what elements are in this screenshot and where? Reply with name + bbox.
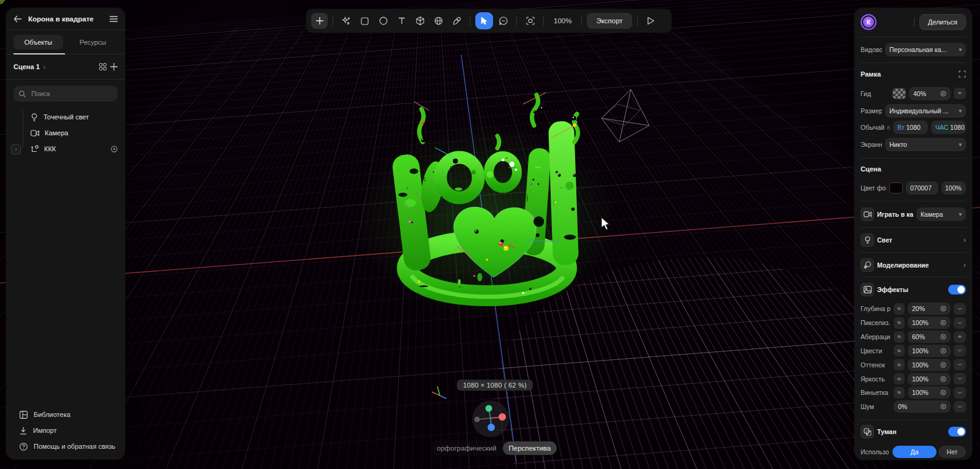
effect-value-input[interactable]: 20%	[908, 302, 951, 315]
search-box[interactable]	[13, 86, 118, 102]
size-label: Размер	[861, 107, 882, 114]
use-yes-button[interactable]: Да	[892, 446, 937, 458]
lock-icon[interactable]	[887, 124, 890, 131]
guide-visibility-button[interactable]	[954, 88, 966, 99]
keyframe-icon[interactable]	[940, 91, 946, 97]
export-button[interactable]: Экспорт	[587, 13, 631, 29]
frame-capture-button[interactable]	[522, 13, 538, 29]
expand-corners-icon[interactable]	[959, 70, 966, 78]
height-input[interactable]: ЧАС 1080	[931, 121, 966, 134]
visibility-off-button[interactable]	[954, 345, 966, 356]
visibility-off-button[interactable]	[954, 317, 966, 329]
mixer-button[interactable]	[894, 387, 905, 399]
help-feedback-button[interactable]: Помощь и обратная связь	[6, 438, 125, 454]
keyframe-icon[interactable]	[940, 306, 946, 312]
mixer-button[interactable]	[894, 317, 905, 329]
effect-value-input[interactable]: 100%	[908, 373, 951, 385]
scene-3d	[0, 0, 980, 469]
keyframe-icon[interactable]	[940, 403, 946, 410]
fog-toggle[interactable]	[948, 427, 966, 437]
screens-dropdown[interactable]: Никто▾	[885, 138, 966, 151]
library-button[interactable]: Библиотека	[6, 407, 125, 422]
use-no-button[interactable]: Нет	[938, 446, 966, 458]
visibility-off-button[interactable]	[954, 359, 966, 370]
modeling-section-row[interactable]: Моделирование ›	[861, 253, 966, 277]
effects-toggle[interactable]	[948, 285, 966, 295]
ellipse-tool-button[interactable]	[375, 13, 391, 29]
bg-color-swatch[interactable]	[889, 182, 903, 193]
keyframe-icon[interactable]	[940, 334, 946, 340]
scene-breadcrumb[interactable]: Сцена 1	[13, 63, 40, 70]
guide-opacity-input[interactable]: 40%	[909, 87, 951, 100]
select-tool-button[interactable]	[475, 12, 493, 29]
pen-tool-button[interactable]	[448, 13, 465, 29]
visibility-off-button[interactable]	[954, 303, 966, 315]
expand-chevron-icon[interactable]: ›	[11, 144, 21, 154]
effect-value-input[interactable]: 100%	[908, 359, 951, 371]
rectangle-tool-button[interactable]	[356, 13, 373, 29]
effect-value-input[interactable]: 100%	[908, 345, 951, 357]
search-input[interactable]	[30, 89, 106, 98]
plus-icon	[110, 63, 118, 70]
mixer-button[interactable]	[894, 303, 905, 315]
viewport-canvas[interactable]: 1080 × 1080 ( 62 %) орфографический Перс…	[0, 0, 980, 469]
size-dropdown[interactable]: Индивидуальный ...▾	[885, 104, 966, 118]
width-input[interactable]: Вт 1080	[893, 121, 928, 134]
mixer-button[interactable]	[894, 331, 905, 343]
keyframe-icon[interactable]	[940, 376, 946, 382]
tree-item-group[interactable]: › ККК	[6, 141, 125, 157]
back-button[interactable]	[13, 15, 22, 23]
keyframe-icon[interactable]	[940, 348, 946, 354]
tree-item-camera[interactable]: Камера	[6, 125, 125, 141]
tab-resources[interactable]: Ресурсы	[68, 35, 118, 50]
layout-grid-button[interactable]	[99, 63, 107, 70]
top-toolbar: 100% Экспорт	[306, 9, 671, 32]
tree-item-label: Камера	[45, 129, 68, 137]
text-tool-button[interactable]	[393, 13, 410, 29]
light-section-row[interactable]: Свет ›	[861, 228, 966, 252]
avatar[interactable]: К	[861, 14, 876, 30]
orientation-gizmo[interactable]	[472, 400, 509, 437]
visibility-off-button[interactable]	[954, 401, 966, 413]
fog-icon	[861, 425, 874, 438]
keyframe-icon[interactable]	[940, 389, 946, 396]
zoom-level[interactable]: 100%	[549, 17, 576, 24]
tree-item-point-light[interactable]: Точечный свет	[6, 109, 125, 125]
effect-value-input[interactable]: 60%	[908, 331, 951, 343]
ai-generate-button[interactable]	[338, 13, 355, 29]
play-button[interactable]	[643, 13, 659, 29]
effect-value-input[interactable]: 0%	[894, 400, 951, 413]
sphere-tool-button[interactable]	[430, 13, 447, 29]
visibility-off-button[interactable]	[954, 373, 966, 385]
keyframe-icon[interactable]	[940, 320, 946, 326]
add-object-button[interactable]	[110, 63, 118, 70]
footer-label: Библиотека	[34, 411, 70, 418]
isolate-target-icon[interactable]	[111, 146, 118, 152]
add-button[interactable]	[311, 13, 328, 29]
visibility-on-button[interactable]	[954, 331, 966, 343]
tab-objects[interactable]: Объекты	[13, 35, 63, 50]
play-camera-dropdown[interactable]: Камера▾	[916, 208, 966, 221]
mixer-button[interactable]	[894, 345, 905, 356]
keyframe-icon[interactable]	[940, 362, 946, 368]
comment-button[interactable]	[495, 13, 511, 29]
orthographic-button[interactable]: орфографический	[431, 441, 503, 455]
import-button[interactable]: Импорт	[6, 422, 125, 438]
bg-hex-input[interactable]: 070007	[906, 181, 938, 195]
guide-color-swatch[interactable]	[892, 88, 906, 99]
cube-tool-button[interactable]	[412, 13, 428, 29]
perspective-button[interactable]: Перспектива	[503, 441, 557, 455]
viewport-camera-dropdown[interactable]: Персональная ка...▾	[885, 43, 966, 56]
visibility-off-button[interactable]	[954, 387, 966, 399]
bg-opacity-input[interactable]: 100%	[941, 181, 966, 195]
modeling-label: Моделирование	[877, 261, 960, 269]
guide-label: Гид	[861, 90, 889, 97]
effect-value-input[interactable]: 100%	[908, 386, 951, 399]
effect-value-input[interactable]: 100%	[908, 317, 951, 329]
mixer-button[interactable]	[894, 359, 905, 370]
menu-button[interactable]	[110, 16, 118, 22]
sphere-icon	[434, 17, 443, 25]
scene-chevron-icon: ›	[43, 64, 45, 70]
share-button[interactable]: Делиться	[919, 14, 966, 30]
mixer-button[interactable]	[894, 373, 905, 385]
